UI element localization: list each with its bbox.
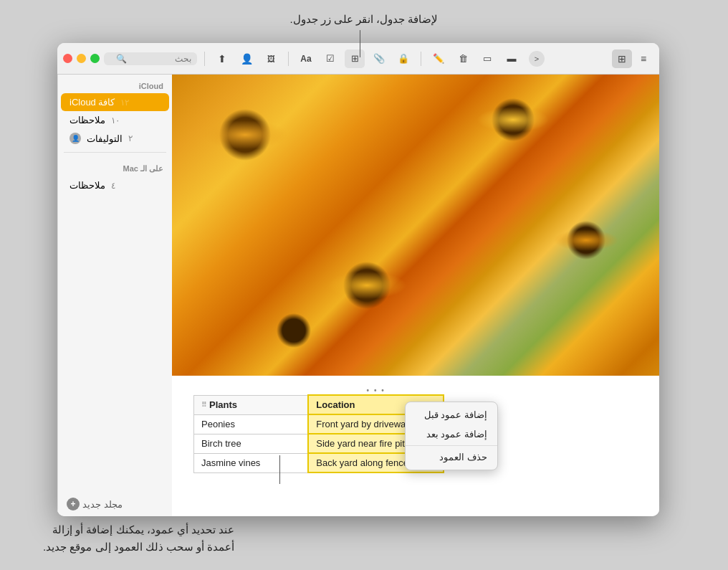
sidebar-item-notes[interactable]: ١٠ ملاحظات: [61, 111, 169, 129]
new-folder-plus-icon: +: [67, 498, 80, 510]
sidebar-item-all-icloud-count: ١٢: [120, 98, 135, 108]
separator-3: [421, 52, 421, 66]
font-label: Aa: [300, 54, 311, 64]
chevron-right-icon: >: [535, 54, 539, 63]
sidebar-item-all-icloud[interactable]: ١٢ كافة iCloud: [61, 93, 169, 111]
context-menu-separator: [406, 445, 497, 446]
drag-handle-icon: ⠿: [201, 401, 206, 409]
search-icon: 🔍: [116, 54, 127, 64]
new-folder-button[interactable]: مجلد جديد +: [58, 492, 172, 516]
panel-button[interactable]: ▬: [502, 49, 522, 68]
grid-icon: ⊞: [618, 53, 626, 65]
title-bar: 🔍 ⬆ 👤 🖼 Aa ☑ ⊞ 📎: [57, 43, 659, 75]
minimize-button[interactable]: [77, 54, 86, 63]
list-icon: ≡: [641, 53, 646, 65]
sidebar-divider: [64, 152, 166, 153]
user-icon: 👤: [70, 133, 81, 144]
plant-cell[interactable]: Peonies: [194, 414, 309, 434]
sidebar-item-compilations-label: التوليفات: [87, 133, 123, 144]
sidebar-item-mac-notes-count: ٤: [111, 181, 125, 191]
traffic-lights: [63, 54, 100, 63]
table-icon: ⊞: [351, 53, 359, 64]
sidebar-toggle-button[interactable]: ▭: [477, 49, 497, 68]
media-icon: 🖼: [267, 54, 275, 63]
sidebar: iCloud ١٢ كافة iCloud ١٠ ملاحظات ٢ التول…: [57, 75, 172, 516]
sidebar-item-notes-count: ١٠: [111, 115, 125, 125]
table-button[interactable]: ⊞: [345, 49, 365, 68]
list-view-button[interactable]: ≡: [633, 49, 653, 68]
panel-icon: ▬: [507, 53, 517, 64]
delete-button[interactable]: 🗑: [453, 49, 473, 68]
plant-cell[interactable]: Jasmine vines: [194, 453, 309, 472]
share-icon: ⬆: [218, 53, 226, 65]
context-menu-add-before[interactable]: إضافة عمود قبل: [406, 405, 497, 424]
annotation-bottom-text: عند تحديد أي عمود، يمكنك إضافة أو إزالة …: [43, 521, 234, 556]
checklist-icon: ☑: [326, 53, 335, 64]
new-folder-label: مجلد جديد: [82, 499, 123, 510]
checklist-button[interactable]: ☑: [320, 49, 340, 68]
sidebar-item-mac-notes-label: ملاحظات: [70, 180, 105, 191]
compose-icon: ✏️: [433, 53, 444, 64]
flower-image: [172, 75, 659, 376]
sidebar-item-notes-label: ملاحظات: [70, 115, 105, 125]
attach-icon: 📎: [373, 53, 385, 64]
note-area: ⠿ Plants • • • Location: [172, 75, 659, 516]
sidebar-item-compilations[interactable]: ٢ التوليفات 👤: [61, 129, 169, 148]
context-menu: إضافة عمود قبل إضافة عمود بعد حذف العمود: [405, 402, 498, 470]
view-toggle: ⊞ ≡: [612, 49, 653, 68]
content-area: ⠿ Plants • • • Location: [57, 75, 659, 516]
chevron-button[interactable]: >: [529, 51, 545, 67]
close-button[interactable]: [63, 54, 72, 63]
annotation-line-top: [360, 30, 360, 57]
search-bar[interactable]: 🔍: [104, 52, 197, 65]
context-menu-add-after[interactable]: إضافة عمود بعد: [406, 424, 497, 444]
sidebar-item-all-icloud-label: كافة iCloud: [70, 97, 115, 108]
media-button[interactable]: 🖼: [261, 49, 281, 68]
plants-column-header[interactable]: ⠿ Plants: [194, 395, 309, 414]
attach-button[interactable]: 📎: [369, 49, 389, 68]
separator-1: [204, 52, 205, 66]
column-dots-handle: • • •: [367, 386, 385, 394]
font-button[interactable]: Aa: [296, 49, 316, 68]
icloud-section-title: iCloud: [58, 75, 172, 93]
app-window: 🔍 ⬆ 👤 🖼 Aa ☑ ⊞ 📎: [57, 43, 659, 516]
separator-2: [288, 52, 289, 66]
context-menu-delete-column[interactable]: حذف العمود: [406, 447, 497, 467]
annotation-top-text: لإضافة جدول، انقر على زر جدول.: [289, 13, 438, 26]
delete-icon: 🗑: [459, 53, 468, 64]
maximize-button[interactable]: [90, 54, 100, 63]
mention-icon: 👤: [241, 53, 253, 65]
share-button[interactable]: ⬆: [212, 49, 232, 68]
search-input[interactable]: [127, 54, 191, 64]
table-container: ⠿ Plants • • • Location: [193, 394, 444, 473]
sidebar-item-compilations-count: ٢: [128, 133, 143, 143]
lock-button[interactable]: 🔒: [393, 49, 413, 68]
mention-button[interactable]: 👤: [236, 49, 257, 68]
grid-view-button[interactable]: ⊞: [612, 49, 632, 68]
plant-cell[interactable]: Birch tree: [194, 434, 309, 453]
plants-header-label: Plants: [209, 399, 237, 410]
annotation-line-bottom: [279, 455, 280, 484]
location-header-label: Location: [316, 399, 355, 410]
sidebar-icon: ▭: [483, 53, 492, 64]
lock-icon: 🔒: [398, 53, 409, 64]
mac-section-title: على الـ Mac: [58, 157, 172, 176]
sidebar-item-mac-notes[interactable]: ٤ ملاحظات: [61, 176, 169, 194]
compose-button[interactable]: ✏️: [428, 49, 449, 68]
